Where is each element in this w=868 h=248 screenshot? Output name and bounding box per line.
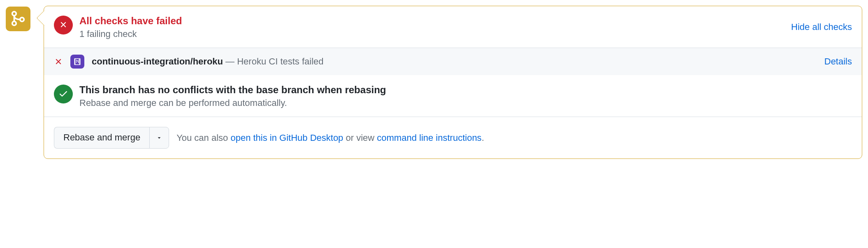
hide-checks-link[interactable]: Hide all checks xyxy=(791,22,852,32)
checks-summary-body: All checks have failed 1 failing check xyxy=(79,14,784,39)
check-row: continuous-integration/heroku — Heroku C… xyxy=(44,48,862,75)
merge-help-prefix: You can also xyxy=(176,133,230,143)
conflicts-title: This branch has no conflicts with the ba… xyxy=(79,83,852,96)
check-description: Heroku CI tests failed xyxy=(237,56,323,67)
heroku-icon xyxy=(70,55,84,69)
status-success-badge xyxy=(54,85,73,103)
merge-help-suffix: . xyxy=(482,133,484,143)
merge-status-panel: All checks have failed 1 failing check H… xyxy=(44,6,862,159)
check-text: continuous-integration/heroku — Heroku C… xyxy=(92,56,817,67)
timeline-merge-badge xyxy=(6,7,30,31)
checks-summary-title: All checks have failed xyxy=(79,14,784,27)
rebase-and-merge-button[interactable]: Rebase and merge xyxy=(54,127,149,148)
x-icon xyxy=(54,57,63,66)
svg-point-2 xyxy=(20,17,24,21)
checks-summary-section: All checks have failed 1 failing check H… xyxy=(44,6,862,48)
conflicts-section: This branch has no conflicts with the ba… xyxy=(44,75,862,117)
merge-help-text: You can also open this in GitHub Desktop… xyxy=(176,133,484,143)
svg-point-1 xyxy=(12,21,16,25)
command-line-instructions-link[interactable]: command line instructions xyxy=(377,133,481,143)
svg-point-0 xyxy=(12,11,16,16)
check-name: continuous-integration/heroku xyxy=(92,56,223,67)
merge-button-group: Rebase and merge xyxy=(54,127,169,148)
check-details-link[interactable]: Details xyxy=(824,56,852,67)
git-merge-icon xyxy=(10,11,26,28)
triangle-down-icon xyxy=(156,132,162,143)
open-github-desktop-link[interactable]: open this in GitHub Desktop xyxy=(230,133,343,143)
check-icon xyxy=(58,89,68,100)
merge-action-section: Rebase and merge You can also open this … xyxy=(44,117,862,158)
merge-status-container: All checks have failed 1 failing check H… xyxy=(6,6,862,159)
status-fail-badge xyxy=(54,16,73,34)
check-separator: — xyxy=(223,56,237,67)
conflicts-body: This branch has no conflicts with the ba… xyxy=(79,83,852,108)
conflicts-subtitle: Rebase and merge can be performed automa… xyxy=(79,98,852,108)
checks-summary-subtitle: 1 failing check xyxy=(79,29,784,39)
merge-method-dropdown-button[interactable] xyxy=(149,127,169,148)
merge-help-middle: or view xyxy=(343,133,377,143)
x-icon xyxy=(59,20,68,30)
